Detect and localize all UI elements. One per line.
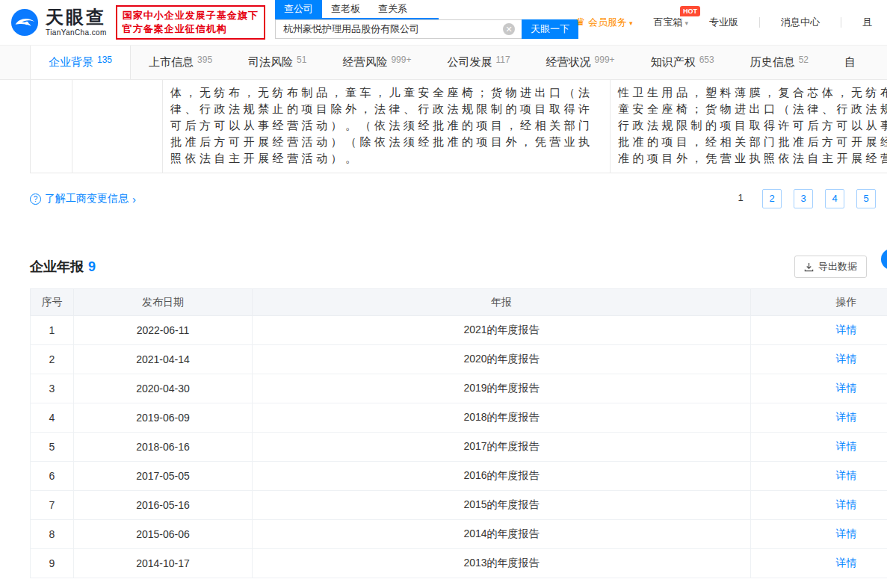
menu-message-center[interactable]: 消息中心 <box>781 16 820 29</box>
hot-badge: HOT <box>680 6 700 16</box>
business-change-table: 体，无纺布，无纺布制品，童车，儿童安全座椅；货物进出口（法律、行政法规禁止的项目… <box>30 80 887 173</box>
clear-icon[interactable]: ✕ <box>503 23 515 35</box>
tab-history-info[interactable]: 历史信息52 <box>732 46 826 79</box>
table-row: 7 2016-05-16 2015的年度报告 详情 <box>31 491 887 520</box>
chevron-down-icon: ▾ <box>629 19 633 27</box>
report-name: 2016的年度报告 <box>253 462 751 491</box>
detail-link[interactable]: 详情 <box>836 411 857 423</box>
page-button-5[interactable]: 5 <box>856 189 876 208</box>
brand-logo[interactable]: 天眼查 TianYanCha.com <box>10 8 107 37</box>
menu-divider <box>759 17 760 28</box>
report-name: 2020的年度报告 <box>253 345 751 374</box>
row-number: 2 <box>31 345 74 374</box>
tab-operation-risk[interactable]: 经营风险999+ <box>324 46 429 79</box>
row-number: 4 <box>31 403 74 433</box>
report-name: 2021的年度报告 <box>253 316 751 345</box>
tab-company-development[interactable]: 公司发展117 <box>429 46 528 79</box>
table-header-row: 序号 发布日期 年报 操作 <box>31 289 887 316</box>
table-row: 8 2015-06-06 2014的年度报告 详情 <box>31 520 887 549</box>
tab-operating-status[interactable]: 经营状况999+ <box>528 46 633 79</box>
row-number: 9 <box>31 549 74 578</box>
search-input[interactable] <box>275 19 522 39</box>
detail-link[interactable]: 详情 <box>836 440 857 452</box>
table-row: 5 2018-06-16 2017的年度报告 详情 <box>31 433 887 462</box>
report-name: 2018的年度报告 <box>253 403 751 433</box>
report-name: 2014的年度报告 <box>253 520 751 549</box>
table-row: 9 2014-10-17 2013的年度报告 详情 <box>31 549 887 578</box>
pagination: 1 2 3 4 5 <box>731 189 876 208</box>
row-number: 1 <box>31 316 74 345</box>
annual-reports-table: 序号 发布日期 年报 操作 1 2022-06-11 2021的年度报告 详情 … <box>30 288 887 578</box>
page-button-1[interactable]: 1 <box>731 189 750 208</box>
row-number: 3 <box>31 374 74 403</box>
business-change-link[interactable]: ? 了解工商变更信息 › <box>30 192 136 205</box>
publish-date: 2015-06-06 <box>74 520 253 549</box>
search-tab-company[interactable]: 查公司 <box>275 0 322 18</box>
detail-link[interactable]: 详情 <box>836 527 857 539</box>
tab-truncated[interactable]: 自 <box>826 46 877 79</box>
top-header: 天眼查 TianYanCha.com 国家中小企业发展子基金旗下 官方备案企业征… <box>0 0 887 45</box>
publish-date: 2014-10-17 <box>74 549 253 578</box>
menu-pro-version[interactable]: 专业版 <box>709 16 738 29</box>
menu-toolbox[interactable]: 百宝箱▾ HOT <box>653 16 688 29</box>
detail-link[interactable]: 详情 <box>836 498 857 510</box>
tab-listing-info[interactable]: 上市信息395 <box>131 46 230 79</box>
search-tab-boss[interactable]: 查老板 <box>322 0 369 18</box>
menu-truncated-item[interactable]: 且 <box>862 16 872 29</box>
badge-line-1: 国家中小企业发展子基金旗下 <box>123 9 259 22</box>
brand-domain: TianYanCha.com <box>46 28 107 37</box>
row-number: 7 <box>31 491 74 520</box>
detail-link[interactable]: 详情 <box>836 557 857 569</box>
badge-line-2: 官方备案企业征信机构 <box>123 22 259 36</box>
search-block: 查公司 查老板 查关系 ✕ 天眼一下 <box>275 0 578 39</box>
col-header-date: 发布日期 <box>74 289 253 316</box>
publish-date: 2016-05-16 <box>74 491 253 520</box>
table-row: 2 2021-04-14 2020的年度报告 详情 <box>31 345 887 374</box>
search-tabs: 查公司 查老板 查关系 <box>275 0 439 19</box>
detail-link[interactable]: 详情 <box>836 469 857 481</box>
detail-link[interactable]: 详情 <box>836 353 857 365</box>
table-row: 4 2019-06-09 2018的年度报告 详情 <box>31 403 887 433</box>
change-info-row: ? 了解工商变更信息 › 1 2 3 4 5 <box>30 188 876 209</box>
brand-name: 天眼查 <box>46 8 107 26</box>
certification-badge: 国家中小企业发展子基金旗下 官方备案企业征信机构 <box>116 5 265 40</box>
tab-company-background[interactable]: 企业背景135 <box>30 46 131 79</box>
change-after-text: 性卫生用品，塑料薄膜，复合芯体，无纺布，无纺布制品， 童安全座椅；货物进出口（法… <box>611 80 887 173</box>
tianyancha-logo-icon <box>10 8 39 37</box>
page-button-2[interactable]: 2 <box>762 189 782 208</box>
annual-reports-section: 企业年报9 导出数据 序号 发布日期 年报 操作 1 2022-06-11 20… <box>0 256 887 578</box>
chevron-down-icon: ▾ <box>684 19 688 27</box>
company-section-nav: 企业背景135 上市信息395 司法风险51 经营风险999+ 公司发展117 … <box>0 45 887 80</box>
table-row: 1 2022-06-11 2021的年度报告 详情 <box>31 316 887 345</box>
export-data-button[interactable]: 导出数据 <box>794 256 867 278</box>
publish-date: 2020-04-30 <box>74 374 253 403</box>
publish-date: 2021-04-14 <box>74 345 253 374</box>
crown-icon: ♛ <box>575 16 585 28</box>
col-header-action: 操作 <box>751 289 887 316</box>
table-row: 6 2017-05-05 2016的年度报告 详情 <box>31 462 887 491</box>
menu-vip-service[interactable]: ♛会员服务▾ <box>575 16 632 29</box>
tab-intellectual-property[interactable]: 知识产权653 <box>633 46 732 79</box>
detail-link[interactable]: 详情 <box>836 324 857 335</box>
change-before-text: 体，无纺布，无纺布制品，童车，儿童安全座椅；货物进出口（法律、行政法规禁止的项目… <box>163 80 611 173</box>
publish-date: 2018-06-16 <box>74 433 253 462</box>
change-cell-empty-2 <box>72 80 163 173</box>
download-icon <box>804 262 814 272</box>
row-number: 8 <box>31 520 74 549</box>
search-tab-relation[interactable]: 查关系 <box>369 0 416 18</box>
publish-date: 2019-06-09 <box>74 403 253 433</box>
col-header-no: 序号 <box>31 289 74 316</box>
publish-date: 2017-05-05 <box>74 462 253 491</box>
question-icon: ? <box>30 194 41 205</box>
page-button-4[interactable]: 4 <box>825 189 844 208</box>
report-name: 2019的年度报告 <box>253 374 751 403</box>
tab-judicial-risk[interactable]: 司法风险51 <box>230 46 324 79</box>
detail-link[interactable]: 详情 <box>836 382 857 394</box>
search-button[interactable]: 天眼一下 <box>522 19 578 39</box>
page-button-3[interactable]: 3 <box>794 189 813 208</box>
report-name: 2015的年度报告 <box>253 491 751 520</box>
report-count: 9 <box>88 259 96 274</box>
report-name: 2017的年度报告 <box>253 433 751 462</box>
menu-divider <box>841 17 841 28</box>
change-cell-empty-1 <box>30 80 72 173</box>
